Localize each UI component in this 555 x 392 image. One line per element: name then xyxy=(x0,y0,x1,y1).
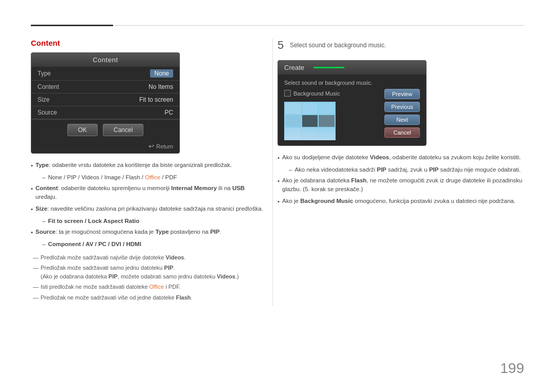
return-arrow-icon: ↩ xyxy=(149,142,154,150)
return-label: Return xyxy=(156,143,173,150)
thumb-cell-dark xyxy=(302,115,318,126)
cancel-button[interactable]: Cancel xyxy=(103,124,143,136)
dialog-buttons: OK Cancel xyxy=(31,119,179,140)
background-music-label: Background Music xyxy=(293,90,340,97)
media-thumbnail xyxy=(284,102,336,140)
size-value: Fit to screen xyxy=(139,96,173,103)
source-value: PC xyxy=(164,109,173,116)
create-body: Select sound or background music. Backgr… xyxy=(278,74,426,145)
create-title-text: Create xyxy=(284,64,304,71)
note-4: — Predložak ne može sadržavati više od j… xyxy=(31,293,267,302)
bullet-size: • Size: navedite veličinu zaslona pri pr… xyxy=(31,204,267,214)
note-2: — Predložak može sadržavati samo jednu d… xyxy=(31,264,267,281)
bullet-dot-2: • xyxy=(31,184,33,202)
background-music-row[interactable]: Background Music xyxy=(284,90,379,97)
top-line-dark xyxy=(31,25,113,26)
create-title-bar: Create xyxy=(278,61,426,74)
thumb-cell xyxy=(285,128,301,139)
thumb-cell xyxy=(302,128,318,139)
right-bullet-bgmusic: • Ako je Background Music omogućeno, fun… xyxy=(278,197,524,207)
type-label: Type xyxy=(38,70,51,77)
size-label: Size xyxy=(38,96,49,103)
note-dash-3: — xyxy=(33,283,39,291)
right-bullet-dot-1: • xyxy=(278,154,280,163)
create-sub-label: Select sound or background music. xyxy=(284,80,379,86)
bullet-type: • Type: odaberite vrstu datoteke za kori… xyxy=(31,161,267,171)
content-dialog: Content Type None Content No Items Size … xyxy=(31,52,180,154)
dash-symbol-1: – xyxy=(42,173,45,182)
dialog-cancel-button[interactable]: Cancel xyxy=(384,127,420,138)
preview-button[interactable]: Preview xyxy=(384,89,420,99)
right-dash-pip: – Ako neka videodatoteka sadrži PIP sadr… xyxy=(289,165,524,175)
step-label: Select sound or background music. xyxy=(290,42,386,49)
previous-button[interactable]: Previous xyxy=(384,102,420,112)
right-bullet-bgmusic-text: Ako je Background Music omogućeno, funkc… xyxy=(282,197,515,207)
right-dash-pip-text: Ako neka videodatoteka sadrži PIP sadrža… xyxy=(294,165,521,175)
right-bullet-videos: • Ako su dodijeljene dvije datoteke Vide… xyxy=(278,153,524,163)
dialog-title: Content xyxy=(31,53,179,67)
ok-button[interactable]: OK xyxy=(67,124,98,136)
bullet-size-text: Size: navedite veličinu zaslona pri prik… xyxy=(35,204,263,214)
right-bullet-dot-2: • xyxy=(278,177,280,195)
top-line-light xyxy=(113,25,524,26)
dialog-row-size: Size Fit to screen xyxy=(31,94,179,106)
bullet-source-text: Source: ta je mogućnost omogućena kada j… xyxy=(35,228,221,237)
right-bullet-dot-3: • xyxy=(278,197,280,207)
bullet-dot-3: • xyxy=(31,205,33,214)
dialog-row-type: Type None xyxy=(31,67,179,81)
content-value: No Items xyxy=(149,83,173,90)
note-1-text: Predložak može sadržavati najviše dvije … xyxy=(41,253,186,262)
dash-size: – Fit to screen / Lock Aspect Ratio xyxy=(42,217,267,226)
right-dash-symbol-1: – xyxy=(289,165,292,175)
note-dash-2: — xyxy=(33,264,39,281)
thumb-cell xyxy=(285,103,301,114)
note-3: — Isti predložak ne može sadržavati dato… xyxy=(31,283,267,291)
background-music-checkbox[interactable] xyxy=(284,90,291,97)
dash-type-text: None / PIP / Videos / Image / Flash / Of… xyxy=(48,173,177,182)
green-progress-bar xyxy=(313,67,344,68)
page-number: 199 xyxy=(500,360,524,377)
bullet-content-text: Content: odaberite datoteku spremljenu u… xyxy=(35,184,267,202)
note-4-text: Predložak ne može sadržavati više od jed… xyxy=(41,293,192,302)
top-decorative-lines xyxy=(31,25,524,26)
return-row: ↩ Return xyxy=(31,140,179,153)
dialog-row-source: Source PC xyxy=(31,106,179,119)
section-heading: Content xyxy=(31,39,267,47)
bullet-content: • Content: odaberite datoteku spremljenu… xyxy=(31,184,267,202)
source-label: Source xyxy=(38,109,57,116)
right-column: 5 Select sound or background music. Crea… xyxy=(278,39,524,209)
dash-symbol-2: – xyxy=(42,217,45,226)
note-2-text: Predložak može sadržavati samo jednu dat… xyxy=(41,264,239,281)
dash-source: – Component / AV / PC / DVI / HDMI xyxy=(42,240,267,249)
note-1: — Predložak može sadržavati najviše dvij… xyxy=(31,253,267,262)
thumb-cell-medium xyxy=(319,115,335,126)
thumb-cell xyxy=(302,103,318,114)
note-dash-4: — xyxy=(33,293,39,302)
dash-size-text: Fit to screen / Lock Aspect Ratio xyxy=(48,217,139,226)
thumb-cell xyxy=(319,103,335,114)
bullet-source: • Source: ta je mogućnost omogućena kada… xyxy=(31,228,267,237)
note-dash-1: — xyxy=(33,253,39,262)
column-divider xyxy=(272,39,273,306)
create-dialog: Create Select sound or background music.… xyxy=(278,60,427,146)
bullet-dot-1: • xyxy=(31,161,33,171)
right-bullet-flash: • Ako je odabrana datoteka Flash, ne mož… xyxy=(278,176,524,195)
dash-type: – None / PIP / Videos / Image / Flash / … xyxy=(42,173,267,182)
create-left-panel: Select sound or background music. Backgr… xyxy=(284,80,379,140)
right-bullet-videos-text: Ako su dodijeljene dvije datoteke Videos… xyxy=(282,153,521,163)
note-3-text: Isti predložak ne može sadržavati datote… xyxy=(41,283,181,291)
create-right-panel: Preview Previous Next Cancel xyxy=(384,80,420,140)
dash-symbol-3: – xyxy=(42,240,45,249)
bullet-dot-4: • xyxy=(31,228,33,237)
step-number: 5 xyxy=(278,39,284,52)
dialog-row-content: Content No Items xyxy=(31,81,179,94)
bullet-type-text: Type: odaberite vrstu datoteke za korišt… xyxy=(35,161,232,171)
thumb-cell xyxy=(319,128,335,139)
right-bullet-flash-text: Ako je odabrana datoteka Flash, ne možet… xyxy=(282,176,524,195)
left-column: Content Content Type None Content No Ite… xyxy=(31,39,267,304)
type-value: None xyxy=(150,69,173,78)
step-header: 5 Select sound or background music. xyxy=(278,39,524,55)
thumb-cell xyxy=(285,115,301,126)
next-button[interactable]: Next xyxy=(384,115,420,125)
content-label: Content xyxy=(38,83,59,90)
